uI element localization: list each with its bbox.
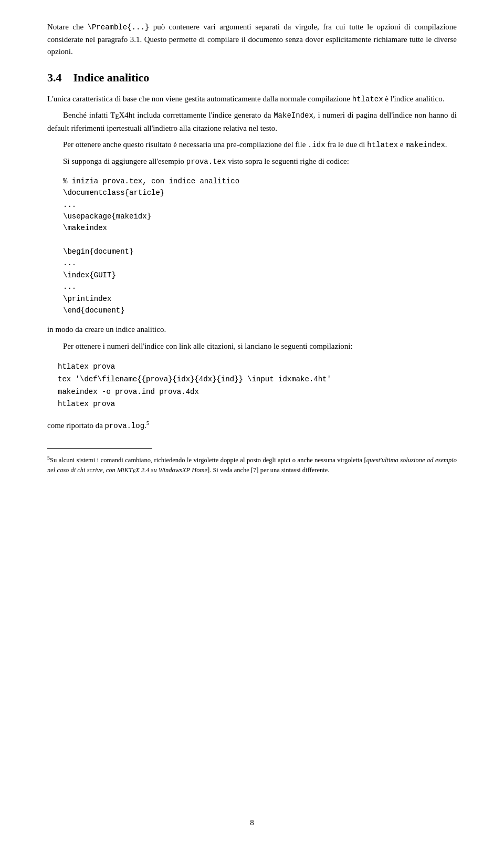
- section-para5: in modo da creare un indice analitico.: [47, 324, 457, 336]
- intro-paragraph: Notare che \Preamble{...} può contenere …: [47, 21, 457, 58]
- section-title: Indice analitico: [74, 71, 150, 84]
- code-line-1: % inizia prova.tex, con indice analitico: [63, 175, 457, 187]
- section-para4: Si supponga di aggiungere all'esempio pr…: [47, 155, 457, 168]
- section-para3: Per ottenere anche questo risultato è ne…: [47, 139, 457, 151]
- para1-text: L'unica caratteristica di base che non v…: [47, 95, 444, 103]
- comp-line-4: htlatex prova: [58, 398, 457, 411]
- compilation-block: htlatex prova tex '\def\filename{{prova}…: [58, 361, 457, 411]
- prova-log-code: prova.log: [105, 422, 145, 430]
- page-number: 8: [250, 818, 254, 827]
- prova-tex-code: prova.tex: [186, 158, 226, 166]
- code-line-3: ...: [63, 199, 457, 211]
- code-line-10: \printindex: [63, 293, 457, 305]
- footnote-number-5: 5: [47, 455, 50, 461]
- code-line-5: \makeindex: [63, 222, 457, 234]
- makeindex-code: MakeIndex: [274, 111, 313, 120]
- preamble-code: \Preamble{...}: [88, 23, 150, 32]
- code-block: % inizia prova.tex, con indice analitico…: [63, 175, 457, 317]
- footnote-divider: [47, 448, 152, 449]
- makeindex-code-2: makeindex: [405, 141, 445, 149]
- footnote-italic: quest'ultima soluzione ad esempio nel ca…: [47, 456, 457, 474]
- comp-line-3: makeindex -o prova.ind prova.4dx: [58, 386, 457, 399]
- idx-code: .idx: [308, 141, 326, 149]
- htlatex-code-2: htlatex: [367, 141, 398, 149]
- footnote-ref-5: 5: [146, 420, 149, 426]
- tex-e-logo: E: [115, 113, 119, 120]
- footnote-tex-e: E: [132, 468, 135, 474]
- page: Notare che \Preamble{...} può contenere …: [0, 0, 504, 843]
- code-line-2: \documentclass{article}: [63, 187, 457, 199]
- comp-line-1: htlatex prova: [58, 361, 457, 373]
- para7-text: come riportato da prova.log.5: [47, 421, 149, 430]
- htlatex-code-1: htlatex: [352, 95, 383, 103]
- section-para1: L'unica caratteristica di base che non v…: [47, 93, 457, 106]
- comp-line-2: tex '\def\filename{{prova}{idx}{4dx}{ind…: [58, 373, 457, 386]
- code-line-6: \begin{document}: [63, 246, 457, 257]
- section-heading: 3.4 Indice analitico: [47, 70, 457, 86]
- intro-text: Notare che \Preamble{...} può contenere …: [47, 23, 457, 56]
- section-para6: Per ottenere i numeri dell'indice con li…: [47, 340, 457, 352]
- code-line-7: ...: [63, 257, 457, 269]
- code-line-blank1: [63, 234, 457, 246]
- footnote-5: 5Su alcuni sistemi i comandi cambiano, r…: [47, 454, 457, 475]
- para2-text: Benché infatti TEX4ht includa correttame…: [47, 111, 457, 132]
- para6-text: Per ottenere i numeri dell'indice con li…: [63, 342, 353, 350]
- para4-text: Si supponga di aggiungere all'esempio pr…: [63, 157, 349, 165]
- section-para2: Benché infatti TEX4ht includa correttame…: [47, 109, 457, 134]
- code-line-4: \usepackage{makeidx}: [63, 211, 457, 222]
- code-line-9: ...: [63, 281, 457, 293]
- code-line-8: \index{GUIT}: [63, 269, 457, 281]
- para5-text: in modo da creare un indice analitico.: [47, 325, 166, 334]
- section-number: 3.4: [47, 71, 62, 84]
- section-para7: come riportato da prova.log.5: [47, 419, 457, 432]
- code-line-11: \end{document}: [63, 305, 457, 316]
- para3-text: Per ottenere anche questo risultato è ne…: [63, 140, 447, 149]
